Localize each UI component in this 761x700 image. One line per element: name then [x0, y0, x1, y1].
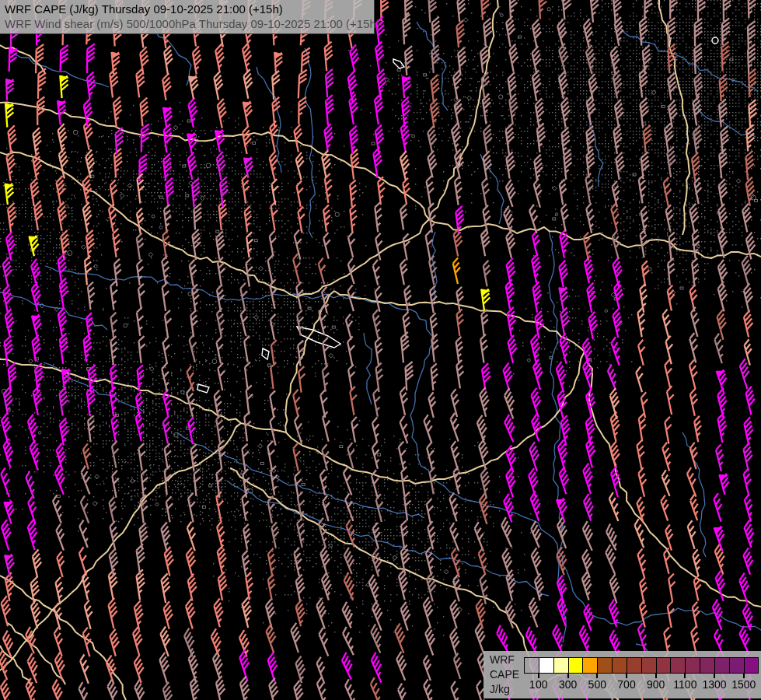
legend-swatch — [597, 657, 612, 674]
legend-tick-label: 900 — [647, 678, 665, 691]
legend-swatch — [685, 657, 700, 674]
legend-swatch — [612, 657, 627, 674]
legend-tick-label: 100 — [529, 678, 547, 691]
weather-map — [0, 0, 761, 700]
legend-swatch — [553, 657, 568, 674]
legend-swatch — [627, 657, 641, 674]
legend-tick-label: 1500 — [731, 678, 756, 691]
legend-swatch — [568, 657, 583, 674]
map-title-box: WRF CAPE (J/kg) Thursday 09-10-2025 21:0… — [0, 0, 375, 34]
legend-swatch — [656, 657, 671, 674]
map-title-cape: WRF CAPE (J/kg) Thursday 09-10-2025 21:0… — [5, 2, 374, 16]
legend-label-line3: J/kg — [490, 682, 519, 697]
legend-tick-label: 300 — [559, 678, 577, 691]
cape-legend: WRF CAPE J/kg 10030050070090011001300150… — [483, 651, 761, 698]
legend-tick-label: 1300 — [703, 678, 727, 691]
legend-swatch — [641, 657, 656, 674]
map-title-shear: WRF Wind shear (m/s) 500/1000hPa Thursda… — [5, 16, 374, 31]
legend-tick-label: 500 — [588, 678, 606, 691]
legend-label-line2: CAPE — [490, 667, 519, 682]
weather-map-stage: WRF CAPE (J/kg) Thursday 09-10-2025 21:0… — [0, 0, 761, 700]
legend-swatch — [582, 657, 597, 674]
legend-swatch — [539, 657, 553, 674]
legend-tick-label: 700 — [617, 678, 635, 691]
legend-color-scale — [524, 657, 759, 674]
legend-swatch — [524, 657, 539, 674]
legend-swatch — [714, 657, 729, 674]
legend-label: WRF CAPE J/kg — [490, 653, 519, 697]
legend-swatch — [729, 657, 744, 674]
legend-swatch — [700, 657, 714, 674]
legend-swatch — [744, 657, 759, 674]
legend-tick-label: 1100 — [673, 678, 696, 691]
legend-swatch — [670, 657, 685, 674]
legend-label-line1: WRF — [490, 653, 519, 667]
